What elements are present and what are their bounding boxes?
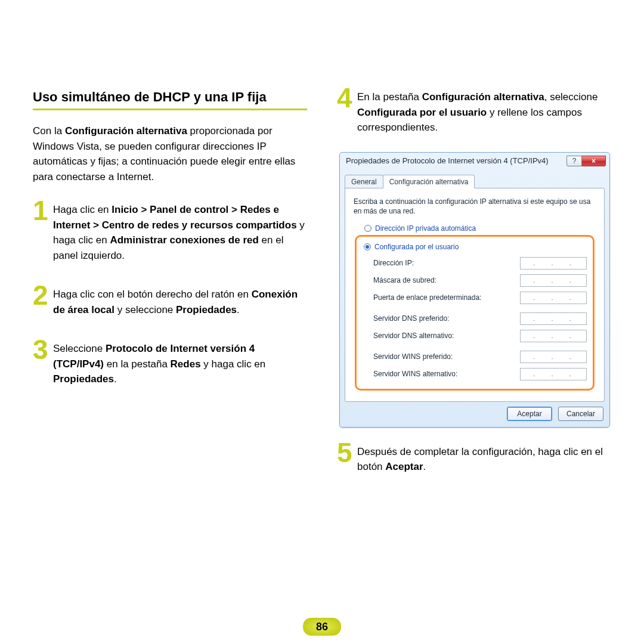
tab-strip: General Configuración alternativa (345, 173, 605, 188)
step-bold: Redes (171, 358, 201, 370)
step-number: 5 (337, 441, 357, 475)
radio-auto-private-ip[interactable]: Dirección IP privada automática (364, 224, 596, 233)
step-text: . (423, 461, 426, 472)
step-4: 4 En la pestaña Configuración alternativ… (337, 89, 611, 135)
input-wins-alternate[interactable]: ... (520, 368, 587, 380)
tab-alt-config[interactable]: Configuración alternativa (383, 175, 475, 188)
two-column-layout: Uso simultáneo de DHCP y una IP fija Con… (33, 89, 611, 491)
dialog-button-row: Aceptar Cancelar (345, 402, 605, 422)
step-body: En la pestaña Configuración alternativa,… (357, 89, 611, 135)
dialog-title-buttons: ? × (566, 156, 606, 166)
step-text: Seleccione (53, 343, 106, 354)
step-2: 2 Haga clic con el botón derecho del rat… (33, 287, 307, 317)
right-column: 4 En la pestaña Configuración alternativ… (337, 89, 611, 491)
dialog-client-area: General Configuración alternativa Escrib… (345, 173, 605, 422)
step-text: en la pestaña (104, 358, 171, 370)
pane-description: Escriba a continuación la configuración … (354, 197, 596, 216)
step-bold: Aceptar (385, 461, 423, 472)
intro-text-pre: Con la (33, 125, 65, 137)
step-body: Después de completar la configuración, h… (357, 444, 611, 475)
page-number-badge: 86 (303, 618, 341, 636)
label-subnet-mask: Máscara de subred: (373, 276, 514, 284)
step-1: 1 Haga clic en Inicio > Panel de control… (33, 202, 307, 263)
dns-fields-group: Servidor DNS preferido: ... Servidor DNS… (373, 312, 587, 342)
label-default-gateway: Puerta de enlace predeterminada: (373, 293, 514, 302)
step-text: , seleccione (544, 91, 598, 103)
step-bold: Propiedades (176, 304, 237, 315)
step-number: 3 (33, 338, 53, 387)
wins-fields-group: Servidor WINS preferido: ... Servidor WI… (373, 351, 587, 380)
radio-label: Configurada por el usuario (374, 243, 459, 251)
step-bold: Propiedades (53, 373, 114, 385)
user-configured-highlight: Configurada por el usuario Dirección IP:… (355, 235, 595, 391)
step-text: En la pestaña (357, 91, 422, 103)
input-dns-preferred[interactable]: ... (520, 312, 587, 325)
step-bold: Administrar conexiones de red (110, 234, 258, 246)
radio-user-configured[interactable]: Configurada por el usuario (364, 243, 587, 251)
step-text: Haga clic en (53, 204, 112, 215)
input-ip-address[interactable]: ... (520, 257, 587, 270)
ok-button[interactable]: Aceptar (507, 407, 552, 421)
step-5: 5 Después de completar la configuración,… (337, 444, 611, 475)
step-number: 2 (33, 283, 53, 317)
step-text: y seleccione (114, 304, 176, 315)
cancel-button[interactable]: Cancelar (558, 407, 603, 421)
radio-icon (364, 225, 371, 232)
intro-bold-1: Configuración alternativa (65, 125, 187, 137)
step-body: Haga clic con el botón derecho del ratón… (53, 287, 307, 317)
label-wins-preferred: Servidor WINS preferido: (373, 352, 514, 361)
close-icon[interactable]: × (582, 156, 606, 166)
tab-pane-alt-config: Escriba a continuación la configuración … (345, 188, 605, 402)
step-text: Haga clic con el botón derecho del ratón… (53, 289, 252, 300)
step-text: y haga clic en (201, 358, 266, 370)
tab-general[interactable]: General (345, 175, 383, 188)
step-bold: Configurada por el usuario (357, 107, 487, 118)
help-icon[interactable]: ? (566, 156, 582, 166)
step-number: 4 (337, 86, 357, 135)
input-subnet-mask[interactable]: ... (520, 274, 587, 287)
step-text: . (114, 373, 117, 385)
ip-fields-group-1: Dirección IP: ... Máscara de subred: ...… (373, 257, 587, 304)
radio-icon (364, 243, 371, 250)
step-3: 3 Seleccione Protocolo de Internet versi… (33, 341, 307, 387)
dialog-titlebar: Propiedades de Protocolo de Internet ver… (340, 153, 609, 169)
input-wins-preferred[interactable]: ... (520, 351, 587, 363)
label-ip-address: Dirección IP: (373, 259, 514, 267)
step-bold: Configuración alternativa (422, 91, 544, 103)
step-body: Seleccione Protocolo de Internet versión… (53, 341, 307, 387)
radio-label: Dirección IP privada automática (375, 224, 476, 233)
dialog-window: Propiedades de Protocolo de Internet ver… (339, 152, 610, 428)
properties-dialog-screenshot: Propiedades de Protocolo de Internet ver… (337, 152, 611, 428)
document-page: Uso simultáneo de DHCP y una IP fija Con… (0, 0, 644, 644)
dialog-title: Propiedades de Protocolo de Internet ver… (346, 156, 566, 165)
label-wins-alternate: Servidor WINS alternativo: (373, 370, 514, 378)
label-dns-preferred: Servidor DNS preferido: (373, 314, 514, 323)
intro-paragraph: Con la Configuración alternativa proporc… (33, 123, 307, 184)
step-text: . (237, 304, 240, 315)
input-default-gateway[interactable]: ... (520, 292, 587, 304)
step-body: Haga clic en Inicio > Panel de control >… (53, 202, 307, 263)
input-dns-alternate[interactable]: ... (520, 330, 587, 342)
left-column: Uso simultáneo de DHCP y una IP fija Con… (33, 89, 307, 491)
step-number: 1 (33, 199, 53, 263)
section-heading: Uso simultáneo de DHCP y una IP fija (33, 89, 307, 110)
label-dns-alternate: Servidor DNS alternativo: (373, 332, 514, 340)
